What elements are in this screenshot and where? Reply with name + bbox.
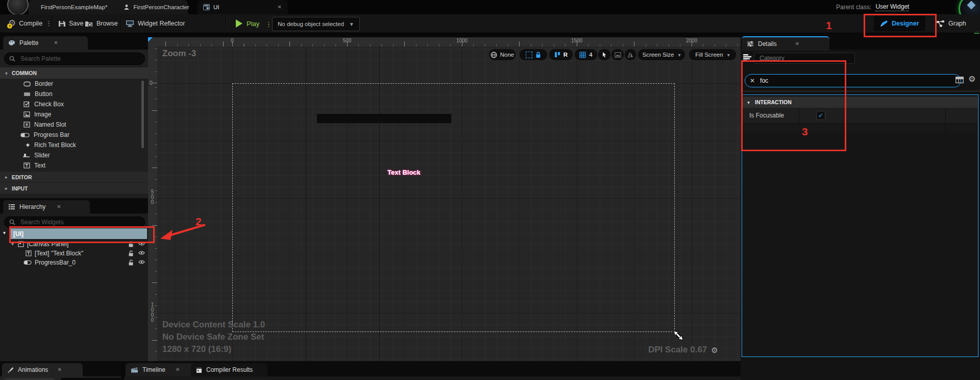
tab-animations[interactable]: Animations ✕ xyxy=(2,363,83,376)
tab-firstpersoncharacter[interactable]: FirstPersonCharacter xyxy=(116,4,196,10)
palette-item-text[interactable]: Text xyxy=(23,162,45,169)
vertical-ruler: 0 500 1000 xyxy=(148,46,157,361)
palette-item-image[interactable]: Image xyxy=(23,111,51,118)
section-label: INPUT xyxy=(12,185,28,192)
palette-item-slider[interactable]: Slider xyxy=(22,152,50,159)
save-button[interactable]: Save xyxy=(58,16,84,31)
rich-text-icon xyxy=(26,142,30,148)
grid-snap-toggle[interactable]: 4 xyxy=(575,49,597,60)
marquee-select-icon[interactable] xyxy=(526,52,532,58)
dpi-settings-gear-icon[interactable]: ⚙ xyxy=(711,346,718,354)
palette-scrollbar[interactable] xyxy=(141,81,144,148)
display-grid-icon[interactable] xyxy=(955,77,964,83)
chevron-down-icon: ▾ xyxy=(678,52,680,58)
progressbar-widget[interactable] xyxy=(317,114,451,123)
sliders-icon xyxy=(747,41,754,47)
mirror-icon xyxy=(627,52,633,58)
tab-compiler-results[interactable]: Compiler Results xyxy=(191,363,267,376)
palette-tab-strip: Palette ✕ xyxy=(0,34,148,50)
section-label: EDITOR xyxy=(12,174,32,180)
widget-blueprint-icon xyxy=(203,4,210,10)
palette-section-common[interactable]: ▾ COMMON xyxy=(0,67,153,79)
tab-details[interactable]: Details ✕ xyxy=(742,36,829,51)
person-icon xyxy=(124,4,130,10)
palette-item-named-slot[interactable]: Named Slot xyxy=(23,121,66,128)
palette-item-label: Named Slot xyxy=(34,121,66,128)
canvas-info-overlay: Device Content Scale 1.0 No Device Safe … xyxy=(162,319,265,355)
palette-search-input[interactable] xyxy=(19,55,140,63)
compile-button[interactable]: ⚙ ? Compile ⋮ xyxy=(8,16,52,31)
palette-search[interactable] xyxy=(4,53,145,65)
close-icon[interactable]: ✕ xyxy=(795,41,799,46)
close-icon[interactable]: ✕ xyxy=(57,367,61,372)
palette-item-rich-text[interactable]: Rich Text Block xyxy=(26,141,76,149)
align-bars-icon xyxy=(554,52,560,58)
fill-screen-dropdown[interactable]: Fill Screen ▾ xyxy=(689,49,736,60)
timeline-dock: Timeline ✕ Compiler Results xyxy=(124,361,741,380)
close-icon[interactable]: ✕ xyxy=(278,5,282,10)
toolbar-separator xyxy=(226,16,227,31)
widget-reflector-button[interactable]: Widget Reflector xyxy=(126,16,185,31)
parent-class-info: Parent class: User Widget xyxy=(836,0,909,14)
play-button[interactable]: Play xyxy=(236,16,259,31)
palette-item-border[interactable]: Border xyxy=(23,80,53,87)
compile-options-icon[interactable]: ⋮ xyxy=(45,20,52,27)
close-icon[interactable]: ✕ xyxy=(54,40,58,45)
hierarchy-row-text-block[interactable]: [Text] "Text Block" xyxy=(0,249,148,257)
lock-open-icon[interactable] xyxy=(128,250,134,256)
tab-ui[interactable]: UI ✕ xyxy=(197,0,288,14)
preview-background-button[interactable] xyxy=(611,49,624,60)
screen-size-dropdown[interactable]: Screen Size ▾ xyxy=(638,49,685,60)
palette-item-progress-bar[interactable]: Progress Bar xyxy=(20,131,69,138)
palette-section-input[interactable]: ▸ INPUT xyxy=(0,183,153,194)
globe-icon xyxy=(491,52,497,58)
palette-item-checkbox[interactable]: Check Box xyxy=(23,101,64,108)
lock-icon[interactable] xyxy=(535,52,541,58)
hierarchy-panel: Hierarchy ✕ ▾ [UI] ▾ [Canvas Panel] xyxy=(0,198,148,361)
designer-canvas: 0 500 1000 1500 2000 0 500 1000 Zoom -3 … xyxy=(148,37,741,361)
tab-firstpersonexamplemap[interactable]: FirstPersonExampleMap* xyxy=(29,4,116,10)
eye-icon[interactable] xyxy=(138,259,145,266)
tab-palette[interactable]: Palette ✕ xyxy=(3,36,88,50)
hierarchy-title: Hierarchy xyxy=(19,203,45,210)
chevron-down-icon: ▾ xyxy=(727,52,730,58)
text-block-widget[interactable]: Text Block xyxy=(387,169,421,176)
palette-section-editor[interactable]: ▸ EDITOR xyxy=(0,172,153,182)
compiler-results-title: Compiler Results xyxy=(206,366,253,373)
details-settings-gear-icon[interactable]: ⚙ xyxy=(968,75,975,83)
ruler-tick-label: 500 xyxy=(343,38,352,43)
ruler-tick-label: 1500 xyxy=(571,38,582,43)
resolution-toggle[interactable]: R xyxy=(549,49,573,60)
unreal-logo-icon[interactable] xyxy=(7,0,29,15)
tab-timeline[interactable]: Timeline ✕ xyxy=(126,363,199,376)
play-options-icon[interactable]: ⋮ xyxy=(265,21,272,28)
anchor-dropdown[interactable]: None xyxy=(489,49,516,60)
annotation-box-interaction xyxy=(741,60,846,151)
tab-hierarchy[interactable]: Hierarchy ✕ xyxy=(3,200,90,213)
cursor-select-button[interactable] xyxy=(598,49,610,60)
eye-icon[interactable] xyxy=(138,250,145,256)
hierarchy-row-progressbar[interactable]: ProgressBar_0 xyxy=(0,258,148,267)
section-label: COMMON xyxy=(12,70,37,76)
fill-screen-label: Fill Screen xyxy=(695,52,723,58)
lock-open-icon[interactable] xyxy=(128,259,134,266)
browse-button[interactable]: Browse xyxy=(85,16,118,31)
design-frame-outline[interactable] xyxy=(232,83,675,332)
graph-mode-button[interactable]: Graph xyxy=(936,16,966,31)
palette-item-label: Border xyxy=(35,80,53,87)
debug-object-dropdown[interactable]: No debug object selected ▼ xyxy=(272,17,360,31)
chevron-right-icon: ▸ xyxy=(5,185,8,191)
add-animation-button[interactable]: + ANIMATION xyxy=(3,378,56,380)
close-icon[interactable]: ✕ xyxy=(57,204,61,209)
animations-search[interactable] xyxy=(59,378,128,380)
palette-item-button[interactable]: Button xyxy=(23,90,53,98)
grid-snap-size: 4 xyxy=(589,52,592,58)
hierarchy-search-input[interactable] xyxy=(19,218,140,226)
parent-class-link[interactable]: User Widget xyxy=(875,3,909,11)
flip-mirror-button[interactable] xyxy=(625,49,636,60)
toolbar-separator xyxy=(120,16,121,31)
annotation-box-ui-row xyxy=(9,226,155,243)
close-icon[interactable]: ✕ xyxy=(176,367,180,372)
palette-item-label: Slider xyxy=(34,152,50,159)
chevron-down-icon[interactable]: ▾ xyxy=(3,230,6,235)
